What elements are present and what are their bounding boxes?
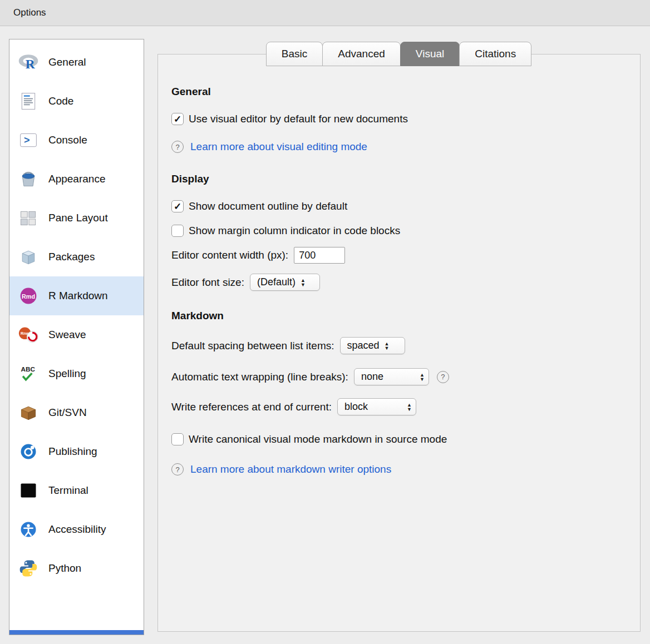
checkmark-icon: ✓ (174, 115, 181, 124)
sidebar-item-pane-layout[interactable]: Pane Layout (9, 199, 144, 237)
sidebar-item-label: Console (48, 134, 87, 146)
text-wrapping-value: none (361, 371, 383, 383)
visual-editor-checkbox[interactable]: ✓ (171, 113, 184, 125)
sidebar-item-label: Appearance (48, 173, 105, 185)
canonical-markdown-label: Write canonical visual mode markdown in … (189, 433, 447, 445)
editor-font-size-row: Editor font size: (Default) ▲▼ (171, 274, 627, 291)
canonical-markdown-checkbox[interactable] (171, 433, 184, 445)
document-outline-checkbox[interactable]: ✓ (171, 200, 184, 212)
sidebar-item-publishing[interactable]: Publishing (9, 432, 144, 471)
dropdown-arrows-icon: ▲▼ (385, 341, 390, 350)
sidebar-item-label: General (48, 56, 86, 68)
section-heading-general: General (171, 86, 627, 98)
sidebar-bottom-indicator (9, 630, 144, 635)
publish-orbit-icon (17, 440, 40, 463)
sidebar-item-appearance[interactable]: Appearance (9, 160, 144, 199)
sidebar-item-label: Accessibility (48, 523, 106, 536)
svg-text:Rmd: Rmd (22, 293, 35, 300)
sidebar-item-label: Terminal (48, 484, 88, 497)
markdown-writer-learn-more-link[interactable]: Learn more about markdown writer options (190, 463, 391, 475)
editor-font-size-label: Editor font size: (171, 276, 244, 289)
sidebar-item-label: Pane Layout (48, 212, 108, 224)
list-spacing-value: spaced (347, 340, 380, 351)
terminal-square-icon (17, 479, 40, 502)
main-area: Basic Advanced Visual Citations General … (157, 39, 641, 635)
window-title: Options (13, 7, 46, 18)
sidebar-item-label: Publishing (48, 445, 97, 458)
tab-bar: Basic Advanced Visual Citations (157, 42, 641, 66)
checkmark-icon: ✓ (174, 202, 181, 211)
sweave-pdf-icon: Rnw (17, 324, 40, 346)
sidebar-item-label: Packages (48, 251, 95, 263)
sidebar-item-label: Code (48, 95, 73, 107)
tab-citations[interactable]: Citations (459, 42, 531, 66)
titlebar: Options (0, 0, 650, 26)
references-select[interactable]: block ▲▼ (337, 398, 416, 415)
svg-text:>: > (24, 135, 30, 146)
dropdown-arrows-icon: ▲▼ (420, 373, 425, 382)
help-icon[interactable]: ? (171, 463, 184, 475)
sidebar: R General Code > Console Appearance (9, 39, 144, 635)
sidebar-item-sweave[interactable]: Rnw Sweave (9, 315, 144, 354)
visual-editor-row: ✓ Use visual editor by default for new d… (171, 113, 627, 125)
tab-visual[interactable]: Visual (400, 42, 460, 66)
margin-indicator-row: Show margin column indicator in code blo… (171, 225, 627, 237)
visual-editing-learn-more-link[interactable]: Learn more about visual editing mode (190, 141, 367, 153)
sidebar-item-label: Sweave (48, 329, 86, 341)
margin-indicator-label: Show margin column indicator in code blo… (189, 225, 400, 237)
sidebar-item-code[interactable]: Code (9, 82, 144, 121)
section-heading-markdown: Markdown (171, 310, 627, 322)
cardboard-box-icon (17, 402, 40, 424)
r-logo-icon: R (17, 51, 40, 73)
rmarkdown-badge-icon: Rmd (17, 285, 40, 307)
sidebar-item-label: R Markdown (48, 290, 108, 302)
text-wrapping-select[interactable]: none ▲▼ (354, 368, 429, 385)
python-logo-icon (17, 557, 40, 579)
sidebar-item-terminal[interactable]: Terminal (9, 471, 144, 510)
accessibility-person-icon (17, 518, 40, 541)
help-icon[interactable]: ? (171, 141, 184, 153)
sidebar-item-label: Git/SVN (48, 407, 87, 419)
markdown-writer-help-row: ? Learn more about markdown writer optio… (171, 463, 627, 475)
sidebar-item-console[interactable]: > Console (9, 121, 144, 160)
visual-editor-label: Use visual editor by default for new doc… (189, 113, 408, 125)
tab-advanced[interactable]: Advanced (322, 42, 401, 66)
canonical-markdown-row: Write canonical visual mode markdown in … (171, 433, 627, 445)
svg-text:R: R (26, 57, 36, 71)
paint-bucket-icon (17, 168, 40, 190)
editor-width-label: Editor content width (px): (171, 249, 288, 261)
editor-font-size-select[interactable]: (Default) ▲▼ (250, 274, 320, 291)
list-spacing-label: Default spacing between list items: (171, 340, 334, 352)
visual-tab-panel: General ✓ Use visual editor by default f… (157, 54, 641, 632)
code-document-icon (17, 90, 40, 112)
sidebar-item-r-markdown[interactable]: Rmd R Markdown (9, 276, 144, 315)
options-dialog-body: R General Code > Console Appearance (0, 26, 650, 635)
sidebar-item-accessibility[interactable]: Accessibility (9, 510, 144, 549)
list-spacing-select[interactable]: spaced ▲▼ (340, 337, 405, 354)
text-wrapping-label: Automatic text wrapping (line breaks): (171, 371, 348, 383)
editor-font-size-value: (Default) (257, 276, 296, 288)
sidebar-item-label: Python (48, 562, 81, 574)
help-icon[interactable]: ? (437, 371, 449, 383)
references-label: Write references at end of current: (171, 401, 332, 413)
package-cube-icon (17, 246, 40, 268)
console-prompt-icon: > (17, 129, 40, 151)
dropdown-arrows-icon: ▲▼ (301, 278, 306, 287)
abc-check-icon: ABC (17, 363, 40, 385)
dropdown-arrows-icon: ▲▼ (407, 403, 412, 412)
visual-editing-help-row: ? Learn more about visual editing mode (171, 141, 627, 153)
sidebar-item-general[interactable]: R General (9, 43, 144, 82)
sidebar-item-git-svn[interactable]: Git/SVN (9, 393, 144, 432)
document-outline-label: Show document outline by default (189, 200, 347, 212)
sidebar-item-packages[interactable]: Packages (9, 237, 144, 276)
tab-basic[interactable]: Basic (266, 42, 323, 66)
references-row: Write references at end of current: bloc… (171, 398, 627, 415)
pane-grid-icon (17, 207, 40, 229)
editor-width-input[interactable] (294, 247, 345, 264)
editor-width-row: Editor content width (px): (171, 247, 627, 264)
references-value: block (344, 401, 368, 413)
margin-indicator-checkbox[interactable] (171, 225, 184, 237)
sidebar-item-python[interactable]: Python (9, 549, 144, 588)
sidebar-item-spelling[interactable]: ABC Spelling (9, 354, 144, 393)
svg-text:ABC: ABC (21, 365, 36, 373)
